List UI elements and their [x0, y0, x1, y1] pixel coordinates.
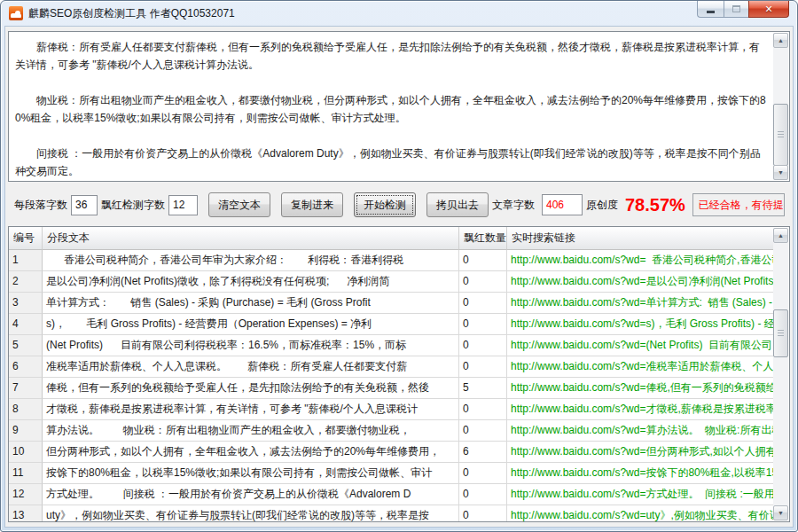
red-count: 0	[459, 356, 507, 378]
row-number: 5	[9, 335, 43, 356]
red-count: 0	[459, 505, 507, 521]
header-search-link[interactable]: 实时搜索链接	[507, 227, 773, 250]
table-row: 2 是以公司净利润(Net Profits)徵收，除了利得税没有任何税项; 净利…	[9, 271, 773, 293]
red-count: 0	[459, 250, 507, 271]
row-number: 1	[9, 250, 43, 271]
segment-text: 才徵税，薪俸税是按累进税率计算，有关详情，可参考 "薪俸税/个人入息课税计	[43, 399, 459, 420]
row-number: 3	[9, 293, 43, 314]
segment-text: 方式处理。 间接税 ：一般用於有价资产交易上的从价徵税《Advalorem D	[43, 484, 459, 505]
client-area: 薪俸税：所有受雇人任都要支付薪俸税，但有一系列的免税额给予受雇人任，是先扣除法例…	[4, 26, 794, 528]
red-count: 0	[459, 484, 507, 505]
row-number: 11	[9, 463, 43, 484]
segment-text: 是以公司净利润(Net Profits)徵收，除了利得税没有任何税项; 净利润简	[43, 271, 459, 293]
search-link[interactable]: http://www.baidu.com/s?wd=才徵税,薪俸税是按累进税率	[507, 399, 773, 420]
status-badge: 已经合格，有待提升	[692, 193, 785, 216]
search-link[interactable]: http://www.baidu.com/s?wd=俸税,但有一系列的免税额给	[507, 378, 773, 399]
red-count: 0	[459, 399, 507, 420]
row-number: 13	[9, 505, 43, 521]
search-link[interactable]: http://www.baidu.com/s?wd=(Net Profits) …	[507, 335, 773, 356]
table-row: 4 s)， 毛利 Gross Profits) - 经营费用（Operation…	[9, 314, 773, 335]
table-row: 7 俸税，但有一系列的免税额给予受雇人任，是先扣除法例给予的有关免税额，然後 5…	[9, 378, 773, 399]
table-row: 11 按馀下的80%租金，以税率15%徵收;如果以有限公司持有，则需按公司做帐、…	[9, 463, 773, 484]
close-icon: ✕	[764, 4, 772, 15]
article-textarea[interactable]: 薪俸税：所有受雇人任都要支付薪俸税，但有一系列的免税额给予受雇人任，是先扣除法例…	[8, 31, 790, 182]
search-link[interactable]: http://www.baidu.com/s?wd=单计算方式: 销售 (Sal…	[507, 293, 773, 314]
para-words-input[interactable]: 36	[71, 195, 98, 215]
table-row: 5 (Net Profits) 目前有限公司利得税税率：16.5%，而标准税率：…	[9, 335, 773, 356]
segment-text: 俸税，但有一系列的免税额给予受雇人任，是先扣除法例给予的有关免税额，然後	[43, 378, 459, 399]
start-detect-button[interactable]: 开始检测	[354, 192, 416, 217]
table-row: 12 方式处理。 间接税 ：一般用於有价资产交易上的从价徵税《Advalorem…	[9, 484, 773, 505]
maximize-button[interactable]	[724, 1, 748, 18]
minimize-icon	[707, 11, 715, 13]
search-link[interactable]: http://www.baidu.com/s?wd=是以公司净利润(Net Pr…	[507, 271, 773, 293]
copy-out-button[interactable]: 拷贝出去	[426, 192, 489, 217]
row-number: 4	[9, 314, 43, 335]
table-scrollbar-thumb[interactable]	[773, 309, 788, 357]
table-row: 1 香港公司税种简介，香港公司年审为大家介绍： 利得税：香港利得税 0 http…	[9, 250, 773, 271]
segment-text: 香港公司税种简介，香港公司年审为大家介绍： 利得税：香港利得税	[43, 250, 459, 271]
segment-text: (Net Profits) 目前有限公司利得税税率：16.5%，而标准税率：15…	[43, 335, 459, 356]
scroll-up-icon[interactable]: ▲	[773, 33, 788, 48]
app-icon	[9, 6, 23, 20]
window-controls: ✕	[697, 1, 789, 18]
copy-in-button[interactable]: 复制进来	[281, 192, 343, 217]
app-window: 麒麟SEO原创度检测工具 作者QQ10532071 ✕ 薪俸税：所有受雇人任都要…	[0, 0, 798, 532]
table-row: 8 才徵税，薪俸税是按累进税率计算，有关详情，可参考 "薪俸税/个人入息课税计 …	[9, 399, 773, 420]
header-id[interactable]: 编号	[9, 227, 43, 250]
window-title: 麒麟SEO原创度检测工具 作者QQ10532071	[28, 6, 235, 21]
table-row: 10 但分两种形式，如以个人拥有，全年租金收入，减去法例给予的20%每年维修费用…	[9, 442, 773, 463]
red-count: 6	[459, 442, 507, 463]
red-words-label: 飘红检测字数	[101, 198, 165, 213]
table-scrollbar[interactable]: ▲ ▼	[773, 228, 788, 520]
segment-text: 单计算方式： 销售 (Sales) - 采购 (Purchase) = 毛利 (…	[43, 293, 459, 314]
scroll-up-icon[interactable]: ▲	[773, 228, 788, 243]
table-header: 编号 分段文本 飘红数量 实时搜索链接	[9, 227, 773, 250]
row-number: 9	[9, 420, 43, 442]
segment-text: s)， 毛利 Gross Profits) - 经营费用（Operation E…	[43, 314, 459, 335]
search-link[interactable]: http://www.baidu.com/s?wd=算办法说。 物业税:所有出租	[507, 420, 773, 442]
table-body: 1 香港公司税种简介，香港公司年审为大家介绍： 利得税：香港利得税 0 http…	[9, 250, 773, 521]
close-button[interactable]: ✕	[748, 1, 789, 18]
results-table: 编号 分段文本 飘红数量 实时搜索链接 1 香港公司税种简介，香港公司年审为大家…	[8, 226, 790, 522]
table-row: 9 算办法说。 物业税：所有出租物业而产生的租金收入，都要缴付物业税， 0 ht…	[9, 420, 773, 442]
search-link[interactable]: http://www.baidu.com/s?wd=uty》,例如物业买卖、有价…	[507, 505, 773, 521]
search-link[interactable]: http://www.baidu.com/s?wd= 香港公司税种简介,香港公司	[507, 250, 773, 271]
titlebar[interactable]: 麒麟SEO原创度检测工具 作者QQ10532071	[1, 1, 797, 26]
red-count: 5	[459, 378, 507, 399]
editor-scrollbar[interactable]: ▲ ▼	[773, 33, 788, 180]
red-count: 0	[459, 335, 507, 356]
para-words-label: 每段落字数	[14, 198, 67, 213]
table-row: 3 单计算方式： 销售 (Sales) - 采购 (Purchase) = 毛利…	[9, 293, 773, 314]
red-count: 0	[459, 293, 507, 314]
toolbar: 每段落字数 36 飘红检测字数 12 清空文本 复制进来 开始检测 拷贝出去 文…	[5, 184, 793, 225]
row-number: 2	[9, 271, 43, 293]
article-text: 薪俸税：所有受雇人任都要支付薪俸税，但有一系列的免税额给予受雇人任，是先扣除法例…	[9, 32, 772, 181]
row-number: 7	[9, 378, 43, 399]
scroll-down-icon[interactable]: ▼	[773, 165, 788, 180]
search-link[interactable]: http://www.baidu.com/s?wd=但分两种形式,如以个人拥有	[507, 442, 773, 463]
red-count: 0	[459, 420, 507, 442]
word-count-value: 406	[542, 194, 583, 215]
row-number: 8	[9, 399, 43, 420]
segment-text: 算办法说。 物业税：所有出租物业而产生的租金收入，都要缴付物业税，	[43, 420, 459, 442]
search-link[interactable]: http://www.baidu.com/s?wd=方式处理。 间接税 :一般用	[507, 484, 773, 505]
row-number: 10	[9, 442, 43, 463]
scroll-down-icon[interactable]: ▼	[773, 505, 788, 520]
row-number: 6	[9, 356, 43, 378]
red-count: 0	[459, 271, 507, 293]
red-count: 0	[459, 314, 507, 335]
header-red-count[interactable]: 飘红数量	[459, 227, 507, 250]
editor-scrollbar-thumb[interactable]	[773, 104, 788, 166]
red-count: 0	[459, 463, 507, 484]
red-words-input[interactable]: 12	[168, 195, 198, 215]
clear-text-button[interactable]: 清空文本	[208, 192, 270, 217]
minimize-button[interactable]	[697, 1, 724, 18]
header-segment-text[interactable]: 分段文本	[43, 227, 459, 250]
search-link[interactable]: http://www.baidu.com/s?wd=s)，毛利 Gross Pr…	[507, 314, 773, 335]
table-row: 6 准税率适用於薪俸税、个人入息课税。 薪俸税：所有受雇人任都要支付薪 0 ht…	[9, 356, 773, 378]
originality-value: 78.57%	[625, 195, 685, 215]
search-link[interactable]: http://www.baidu.com/s?wd=准税率适用於薪俸税、个人入	[507, 356, 773, 378]
search-link[interactable]: http://www.baidu.com/s?wd=按馀下的80%租金,以税率1…	[507, 463, 773, 484]
table-row: 13 uty》，例如物业买卖、有价证券与股票转让(即我们经常说的改股)等等，税率…	[9, 505, 773, 521]
